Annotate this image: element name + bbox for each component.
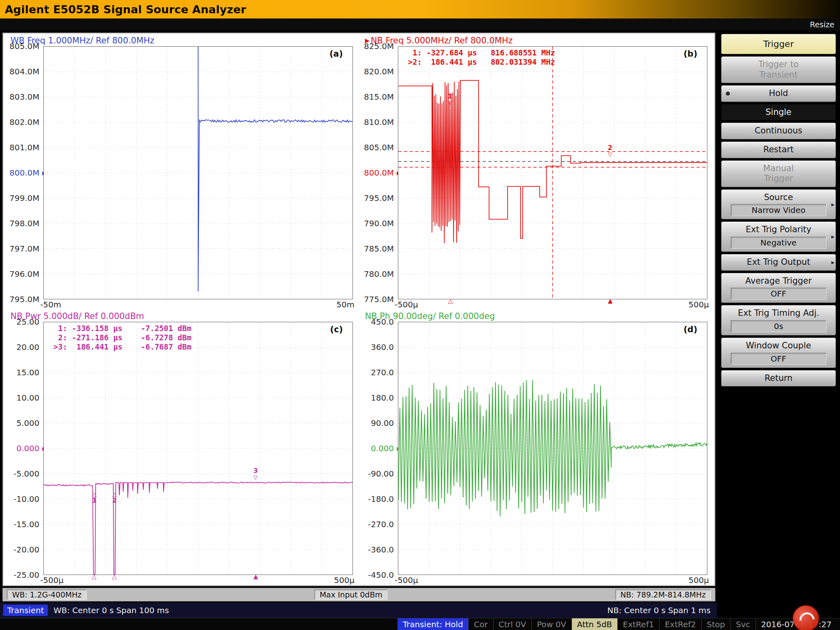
submenu-arrow-icon: ▸ xyxy=(831,233,834,240)
max-input-box: Max Input 0dBm xyxy=(314,589,387,600)
trace-svg xyxy=(398,47,707,299)
status-extref1: ExtRef1 xyxy=(617,618,659,630)
x-max-label: 50m xyxy=(336,300,354,309)
softkey-continuous[interactable]: Continuous xyxy=(721,123,836,139)
main-content: WB Freq 1.000MHz/ Ref 800.0MHz 805.0M804… xyxy=(0,31,840,618)
plot-nb-power: NB Pwr 5.000dB/ Ref 0.000dBm 25.0020.001… xyxy=(4,310,359,585)
x-max-label: 500µ xyxy=(688,300,709,309)
y-tick-label: 800.0M▶ xyxy=(364,168,394,178)
softkey-ext-trig-timing-adj[interactable]: Ext Trig Timing Adj.0s xyxy=(721,305,836,335)
softkey-source[interactable]: SourceNarrow Video▸ xyxy=(721,189,836,220)
y-tick-label: -15.00 xyxy=(14,520,39,529)
plot-nb-power-canvas[interactable]: (c) 1: -336.158 µs -7.2501 dBm 2: -271.1… xyxy=(43,322,353,575)
softkey-value: OFF xyxy=(731,288,826,300)
softkey-ext-trig-output[interactable]: Ext Trig Output▸ xyxy=(721,254,836,271)
trace-svg xyxy=(398,322,707,575)
marker-position-triangle-icon: △ xyxy=(448,297,453,305)
status-extref2: ExtRef2 xyxy=(659,618,701,630)
submenu-arrow-icon: ▸ xyxy=(831,201,834,208)
y-tick-label: 785.0M xyxy=(364,244,394,254)
status-svc: Svc xyxy=(730,618,756,630)
y-tick-label: -90.00 xyxy=(368,469,394,479)
y-tick-label: 796.0M xyxy=(9,269,39,279)
x-min-label: -500µ xyxy=(395,300,418,309)
x-max-label: 500µ xyxy=(688,575,709,585)
softkey-value: 0s xyxy=(731,320,826,332)
status-transient-hold: Transient: Hold xyxy=(397,618,468,630)
y-tick-label: 5.000 xyxy=(16,418,39,428)
status-bar: Transient: HoldCorCtrl 0VPow 0VAttn 5dBE… xyxy=(0,618,840,630)
softkey-value: OFF xyxy=(731,353,826,365)
status-stop: Stop xyxy=(701,618,730,630)
trace-svg xyxy=(44,322,352,575)
plot-wb-freq-canvas[interactable]: (a) xyxy=(43,46,353,299)
softkey-ext-trig-polarity[interactable]: Ext Trig PolarityNegative▸ xyxy=(721,221,836,252)
state-bullet-icon xyxy=(726,92,730,96)
x-min-label: -50m xyxy=(40,300,61,309)
y-tick-label: 803.0M xyxy=(9,92,39,102)
plot-nb-phase-yaxis: 450.0360.0270.0180.090.000.000▶-90.00-18… xyxy=(359,322,398,575)
softkey-trigger-to-transient: Trigger toTransient xyxy=(721,56,836,83)
y-tick-label: 10.00 xyxy=(16,393,39,403)
marker-position-triangle-icon: ▲ xyxy=(608,297,613,305)
plot-nb-phase-xaxis: -500µ500µ xyxy=(398,575,707,585)
range-info-strip: WB: 1.2G-400MHz Max Input 0dBm NB: 789.2… xyxy=(2,588,715,601)
marker-position-triangle-icon: △ xyxy=(112,573,117,580)
instrument-screen: Agilent E5052B Signal Source Analyzer Re… xyxy=(0,0,840,630)
y-tick-label: 0.000▶ xyxy=(371,444,394,453)
softkey-value: Negative xyxy=(731,237,826,249)
softkey-manual-trigger: ManualTrigger xyxy=(721,160,836,187)
y-tick-label: 270.0 xyxy=(371,368,394,377)
plot-nb-freq-title: ▶NB Freq 5.000MHz/ Ref 800.0MHz xyxy=(359,35,712,46)
y-tick-label: 450.0 xyxy=(371,317,394,327)
status-attn-5db: Attn 5dB xyxy=(572,618,617,630)
plot-nb-freq: ▶NB Freq 5.000MHz/ Ref 800.0MHz 825.0M82… xyxy=(359,34,713,310)
y-tick-label: 802.0M xyxy=(9,117,39,127)
y-tick-label: 820.0M xyxy=(364,67,394,76)
x-min-label: -500µ xyxy=(40,575,64,585)
plot-nb-freq-canvas[interactable]: (b) 1: -327.684 µs 816.688551 MHz >2: 18… xyxy=(398,46,707,299)
softkey-restart[interactable]: Restart xyxy=(721,141,836,158)
y-tick-label: 825.0M xyxy=(364,41,394,51)
softkey-value: Narrow Video xyxy=(731,204,826,216)
plot-wb-freq: WB Freq 1.000MHz/ Ref 800.0MHz 805.0M804… xyxy=(4,34,359,310)
softkey-return[interactable]: Return xyxy=(721,370,836,387)
resize-button[interactable]: Resize xyxy=(810,20,834,29)
y-tick-label: 805.0M xyxy=(9,41,39,51)
wb-range-box: WB: 1.2G-400MHz xyxy=(7,589,87,600)
window-menu-bar: Resize xyxy=(0,18,840,31)
y-tick-label: -450.0 xyxy=(368,570,394,580)
softkey-single[interactable]: Single xyxy=(721,104,836,121)
x-max-label: 500µ xyxy=(334,575,354,585)
y-tick-label: 180.0 xyxy=(371,393,394,403)
y-tick-label: 780.0M xyxy=(364,269,394,279)
plot-nb-phase-canvas[interactable]: (d) xyxy=(398,322,707,575)
trace-svg xyxy=(44,47,352,299)
y-tick-label: 790.0M xyxy=(364,219,394,228)
softkey-hold[interactable]: Hold xyxy=(721,85,836,102)
softkey-menu-title: Trigger xyxy=(721,34,836,54)
y-tick-label: -20.00 xyxy=(14,545,39,554)
y-tick-label: 810.0M xyxy=(364,117,394,127)
y-tick-label: -270.0 xyxy=(368,520,394,529)
y-tick-label: 795.0M xyxy=(364,193,394,203)
softkey-window-couple[interactable]: Window CoupleOFF xyxy=(721,338,836,368)
nb-sweep-settings: NB: Center 0 s Span 1 ms xyxy=(607,605,711,615)
x-min-label: -500µ xyxy=(395,575,418,585)
plot-nb-power-title: NB Pwr 5.000dB/ Ref 0.000dBm xyxy=(5,311,358,322)
y-tick-label: 775.0M xyxy=(364,295,394,304)
y-tick-label: 799.0M xyxy=(9,193,39,203)
y-tick-label: -25.00 xyxy=(14,570,39,580)
marker-position-triangle-icon: ▲ xyxy=(253,573,258,580)
mode-chip: Transient xyxy=(3,605,48,616)
measurement-mode-bar: Transient WB: Center 0 s Span 100 ms NB:… xyxy=(0,603,717,618)
status-17-27: 17:27 xyxy=(803,618,837,630)
y-tick-label: 90.00 xyxy=(371,418,394,428)
plot-nb-freq-xaxis: -500µ500µ△▲ xyxy=(398,299,707,310)
plot-nb-power-xaxis: -500µ500µ△△▲ xyxy=(43,575,353,585)
plot-wb-freq-title: WB Freq 1.000MHz/ Ref 800.0MHz xyxy=(5,35,358,46)
y-tick-label: -10.00 xyxy=(14,494,39,504)
y-tick-label: 804.0M xyxy=(9,67,39,76)
plot-wb-freq-yaxis: 805.0M804.0M803.0M802.0M801.0M800.0M▶799… xyxy=(5,46,43,299)
softkey-average-trigger[interactable]: Average TriggerOFF xyxy=(721,273,836,303)
